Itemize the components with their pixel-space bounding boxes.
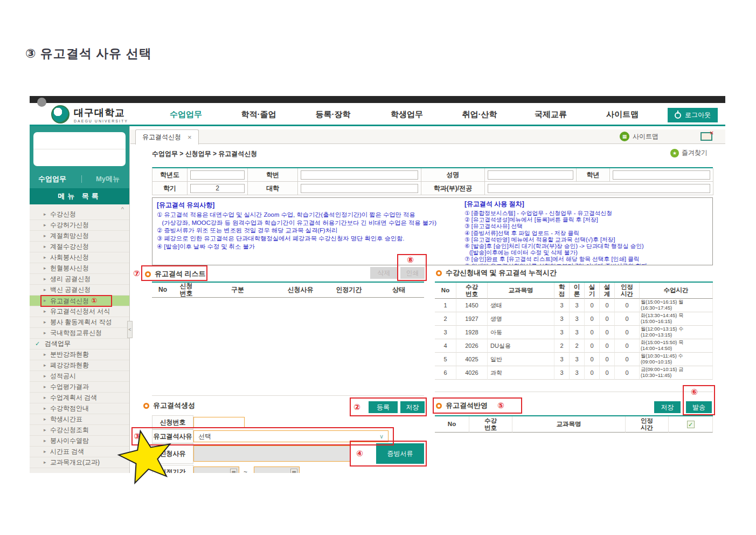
sitemap-link[interactable]: ▦ 사이트맵 (620, 132, 658, 141)
favorite-button[interactable]: ★ 즐겨찾기 (670, 148, 708, 157)
triangle-icon: ▸ (44, 371, 46, 381)
sidebar-item-seasonal-course[interactable]: ▸계절수강신청 (30, 242, 129, 252)
sidebar-item-seasonal-hope[interactable]: ▸계절희망신청 (30, 231, 129, 242)
breadcrumb-row: 수업업무 > 신청업무 > 유고결석신청 ★ 즐겨찾기 (130, 148, 725, 161)
sidebar-tab-mymenu[interactable]: My메뉴 (96, 174, 120, 184)
main-content: 유고결석신청 × ▦ 사이트맵 ✕ 수업업무 > 신청업무 > 유고결석신청 ★… (130, 126, 725, 473)
sidebar-item-credit-guide[interactable]: ▸수강학점안내 (30, 403, 129, 414)
sidebar-item-label: 유고결석신청 (50, 297, 89, 305)
select-all-checkbox[interactable]: ✓ (687, 421, 695, 428)
triangle-icon: ▸ (44, 306, 46, 317)
sidebar-item-label: 수업평가결과 (50, 383, 89, 390)
close-icon[interactable]: × (188, 133, 192, 141)
calendar-icon[interactable]: ▦ (290, 469, 297, 473)
nav-item-career[interactable]: 취업·산학 (462, 109, 497, 120)
sidebar-collapse-handle[interactable]: < (127, 321, 133, 338)
sidebar-item-absence-apply[interactable]: ▸유고결석신청① (30, 296, 129, 306)
sidebar-item-eval-result[interactable]: ▸수업평가결과 (30, 382, 129, 393)
sidebar-item-label: 수강허가신청 (50, 221, 89, 229)
cell: 0 (615, 353, 640, 366)
period-end-input[interactable]: ▦ (254, 467, 300, 473)
nav-item-international[interactable]: 국제교류 (535, 109, 567, 120)
sidebar-item-grade-notice[interactable]: ▸성적공시 (30, 371, 129, 382)
sidebar-item-course-overview[interactable]: ▸교과목개요(교과) (30, 457, 129, 468)
calendar-icon[interactable]: ▦ (230, 469, 237, 473)
section-bullet-icon (436, 403, 442, 409)
request-no-input[interactable] (193, 417, 245, 428)
sidebar-item-course-permit[interactable]: ▸수강허가신청 (30, 220, 129, 231)
breadcrumb: 수업업무 > 신청업무 > 유고결석신청 (152, 149, 257, 159)
sidebar-item-label: 국내학점교류신청 (50, 329, 102, 337)
nav-item-student[interactable]: 학생업무 (391, 109, 423, 120)
sidebar-item-closed-status[interactable]: ▸폐강강좌현황 (30, 360, 129, 371)
reason-type-value: 선택 (198, 432, 211, 441)
triangle-icon: ▸ (44, 285, 46, 295)
cell: 6 (435, 366, 456, 380)
delete-button[interactable]: 삭제 (370, 267, 398, 279)
divider (81, 175, 82, 183)
reason-input[interactable] (193, 445, 351, 462)
app-window: 대구대학교 DAEGU UNIVERSITY 수업업무 학적·졸업 등록·장학 … (30, 96, 725, 473)
evidence-button[interactable]: 증빙서류 (376, 443, 424, 464)
cell: 과학 (488, 366, 554, 380)
triangle-icon: ▸ (44, 403, 46, 414)
triangle-icon: ▸ (44, 447, 46, 457)
major-label: 학과(부)/전공 (421, 182, 485, 195)
sidebar-item-blood-service[interactable]: ▸헌혈봉사신청 (30, 263, 129, 274)
cell: 3 (570, 312, 585, 326)
cell: 0 (600, 312, 615, 326)
star-icon: ★ (670, 149, 679, 157)
sidebar-tab-classwork[interactable]: 수업업무 (38, 174, 66, 184)
send-button[interactable]: 발송 (686, 401, 712, 413)
year-input[interactable] (190, 170, 245, 180)
nav-item-records[interactable]: 학적·졸업 (241, 109, 276, 120)
popup-window-icon[interactable]: ✕ (700, 132, 712, 141)
enrollment-table: No 수강 번호 교과목명 학 점 이 론 실 기 설 계 인정 시간 수업시간… (435, 282, 713, 380)
major-input[interactable] (488, 184, 710, 193)
sidebar-section-search[interactable]: ✓검색업무 (30, 339, 129, 349)
print-button[interactable]: 인쇄 (400, 267, 425, 279)
triangle-icon: ▸ (44, 231, 46, 241)
college-input[interactable] (301, 184, 418, 193)
logout-button[interactable]: 로그아웃 (668, 108, 718, 122)
nav-item-sitemap[interactable]: 사이트맵 (606, 109, 639, 120)
register-button[interactable]: 등록 (369, 401, 398, 413)
save-button-create[interactable]: 저장 (400, 401, 425, 413)
sidebar-menu-header: 메뉴 목록 (30, 188, 129, 204)
sidebar-item-label: 생리 공결신청 (50, 275, 91, 283)
university-name-en: DAEGU UNIVERSITY (74, 119, 128, 123)
university-logo: 대구대학교 DAEGU UNIVERSITY (51, 105, 128, 124)
sidebar-item-social-service[interactable]: ▸사회봉사신청 (30, 252, 129, 263)
cell: 0 (600, 299, 615, 312)
sidebar-item-vaccine-absence[interactable]: ▸백신 공결신청 (30, 285, 129, 296)
triangle-icon: ▸ (44, 242, 46, 252)
nav-item-classwork[interactable]: 수업업무 (170, 109, 202, 120)
sidebar-item-division-status[interactable]: ▸분반강좌현황 (30, 349, 129, 360)
tab-absence-application[interactable]: 유고결석신청 × (135, 129, 199, 145)
cell: 0 (585, 312, 600, 326)
reason-type-select[interactable]: 선택 ∨ (193, 430, 389, 442)
period-start-input[interactable]: ▦ (193, 467, 239, 473)
annotation-1: ① (91, 297, 97, 305)
sidebar-item-absence-form[interactable]: ▸유고결석신청서 서식 (30, 306, 129, 317)
cell: 월(12:00~13:15) 수(12:00~13:15) (640, 326, 713, 339)
grade-input[interactable] (613, 170, 710, 180)
cell: 금(09:00~10:15) 금(10:30~11:45) (640, 366, 713, 380)
sidebar-item-service-plan[interactable]: ▸봉사 활동계획서 작성 (30, 317, 129, 328)
cell: 2 (554, 339, 570, 353)
sidebar-item-timetable[interactable]: ▸학생시간표 (30, 414, 129, 425)
sidebar-item-menstrual-absence[interactable]: ▸생리 공결신청 (30, 274, 129, 285)
student-id-label: 학번 (248, 168, 298, 182)
sidebar-item-syllabus-search[interactable]: ▸수업계획서 검색 (30, 393, 129, 403)
save-button-apply[interactable]: 저장 (654, 401, 681, 413)
sidebar-item-credit-exchange[interactable]: ▸국내학점교류신청 (30, 328, 129, 339)
sidebar-item-course-register[interactable]: ▸수강신청 (30, 209, 129, 220)
sidebar-item-label: 수강신청 (50, 210, 76, 218)
annotation-2: ② (353, 402, 360, 412)
triangle-icon: ▸ (44, 457, 46, 468)
sidebar-item-label: 폐강강좌현황 (50, 361, 89, 369)
student-id-input[interactable] (301, 170, 418, 180)
name-input[interactable] (488, 170, 573, 180)
nav-item-registration[interactable]: 등록·장학 (316, 109, 351, 120)
absence-list-empty-area (152, 298, 424, 396)
